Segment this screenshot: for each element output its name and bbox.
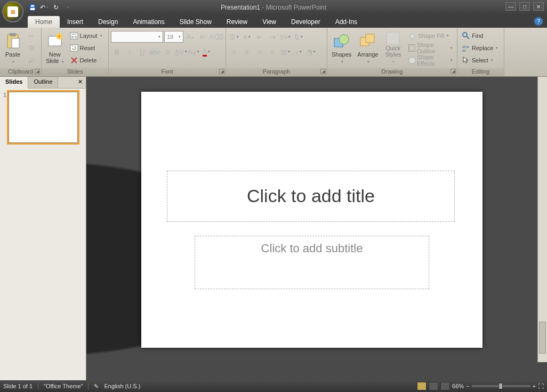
bullets-button[interactable]: ☰▾ bbox=[228, 31, 240, 43]
tab-design[interactable]: Design bbox=[91, 16, 125, 28]
replace-button[interactable]: abacReplace▾ bbox=[460, 42, 500, 54]
copy-button[interactable]: ⧉ bbox=[25, 42, 37, 54]
tab-developer[interactable]: Developer bbox=[284, 16, 328, 28]
fit-to-window-button[interactable]: ⛶ bbox=[538, 383, 544, 389]
strikethrough-button[interactable]: abc bbox=[149, 46, 161, 58]
editor-area: Click to add title Click to add subtitle… bbox=[86, 77, 547, 380]
title-placeholder[interactable]: Click to add title bbox=[167, 171, 455, 222]
svg-rect-17 bbox=[387, 32, 399, 44]
panel-tab-outline[interactable]: Outline bbox=[28, 77, 58, 88]
shapes-icon bbox=[333, 33, 350, 50]
clipboard-launcher[interactable]: ◢ bbox=[35, 69, 40, 74]
view-slideshow-button[interactable] bbox=[440, 382, 450, 390]
tab-animations[interactable]: Animations bbox=[125, 16, 172, 28]
bold-button[interactable]: B bbox=[111, 46, 123, 58]
tab-slideshow[interactable]: Slide Show bbox=[172, 16, 219, 28]
redo-icon[interactable]: ↻ bbox=[51, 3, 61, 12]
font-color-button[interactable]: A▾ bbox=[200, 46, 212, 58]
svg-point-20 bbox=[463, 33, 467, 37]
maximize-button[interactable]: □ bbox=[519, 2, 530, 11]
char-spacing-button[interactable]: A͍V▾ bbox=[175, 46, 187, 58]
shape-fill-button[interactable]: Shape Fill▾ bbox=[406, 30, 455, 42]
zoom-percent[interactable]: 66% bbox=[452, 383, 464, 389]
find-button[interactable]: Find bbox=[460, 30, 500, 42]
tab-review[interactable]: Review bbox=[219, 16, 255, 28]
arrange-button[interactable]: Arrange▾ bbox=[355, 29, 380, 66]
drawing-launcher[interactable]: ◢ bbox=[451, 69, 456, 74]
cut-button[interactable]: ✂ bbox=[25, 30, 37, 42]
shapes-button[interactable]: Shapes▾ bbox=[329, 29, 353, 66]
font-size-combo[interactable]: 18▾ bbox=[164, 31, 183, 43]
font-launcher[interactable]: ◢ bbox=[219, 69, 224, 74]
slide-canvas[interactable]: Click to add title Click to add subtitle bbox=[141, 92, 482, 348]
vertical-scrollbar[interactable] bbox=[537, 77, 547, 362]
undo-icon[interactable]: ↶▾ bbox=[39, 3, 49, 12]
italic-button[interactable]: I bbox=[124, 46, 135, 58]
paragraph-launcher[interactable]: ◢ bbox=[320, 69, 326, 74]
grow-font-button[interactable]: A▲ bbox=[184, 31, 196, 43]
zoom-out-button[interactable]: − bbox=[466, 383, 469, 389]
svg-rect-2 bbox=[31, 5, 34, 7]
tab-view[interactable]: View bbox=[255, 16, 284, 28]
columns-button[interactable]: ▥▾ bbox=[279, 46, 291, 58]
svg-rect-12 bbox=[70, 45, 78, 51]
slide-canvas-holder[interactable]: Click to add title Click to add subtitle bbox=[86, 77, 537, 362]
panel-close-button[interactable]: ✕ bbox=[75, 77, 86, 88]
tab-addins[interactable]: Add-Ins bbox=[328, 16, 365, 28]
qat-customize[interactable]: ▾ bbox=[63, 3, 73, 12]
zoom-slider[interactable] bbox=[472, 385, 530, 387]
text-direction-button[interactable]: ⇅▾ bbox=[292, 31, 304, 43]
paste-icon bbox=[4, 33, 21, 50]
zoom-slider-thumb[interactable] bbox=[498, 383, 503, 389]
new-slide-button[interactable]: New Slide ▾ bbox=[44, 29, 66, 66]
view-sorter-button[interactable] bbox=[429, 382, 438, 390]
close-button[interactable]: ✕ bbox=[533, 2, 544, 11]
group-label-slides: Slides bbox=[42, 68, 108, 76]
ribbon-tabs: Home Insert Design Animations Slide Show… bbox=[0, 15, 547, 28]
align-text-button[interactable]: ⫞▾ bbox=[292, 46, 304, 58]
panel-tab-slides[interactable]: Slides bbox=[0, 77, 28, 89]
shrink-font-button[interactable]: A▼ bbox=[197, 31, 209, 43]
office-button[interactable]: ⊞ bbox=[2, 1, 23, 22]
increase-indent-button[interactable]: ⇥ bbox=[267, 31, 278, 43]
scrollbar-thumb[interactable] bbox=[539, 322, 546, 354]
quick-styles-button[interactable]: Quick Styles ▾ bbox=[382, 29, 404, 66]
view-normal-button[interactable] bbox=[417, 382, 427, 390]
shape-outline-button[interactable]: Shape Outline▾ bbox=[406, 42, 455, 54]
smartart-button[interactable]: ⬔▾ bbox=[305, 46, 317, 58]
save-icon[interactable] bbox=[28, 3, 37, 12]
spellcheck-icon[interactable]: ✎ bbox=[94, 383, 99, 390]
shape-effects-button[interactable]: Shape Effects▾ bbox=[406, 54, 455, 66]
tab-home[interactable]: Home bbox=[28, 16, 60, 28]
find-icon bbox=[462, 31, 470, 40]
format-painter-button[interactable]: 🖌 bbox=[25, 54, 37, 66]
justify-button[interactable]: ≡ bbox=[267, 46, 278, 58]
group-label-font: Font◢ bbox=[109, 68, 226, 76]
decrease-indent-button[interactable]: ⇤ bbox=[254, 31, 266, 43]
align-right-button[interactable]: ≡ bbox=[254, 46, 266, 58]
tab-insert[interactable]: Insert bbox=[60, 16, 91, 28]
line-spacing-button[interactable]: ‡≡▾ bbox=[279, 31, 291, 43]
select-button[interactable]: Select▾ bbox=[460, 54, 500, 66]
font-name-combo[interactable]: ▾ bbox=[111, 31, 163, 43]
delete-button[interactable]: Delete bbox=[68, 54, 104, 66]
svg-rect-1 bbox=[30, 8, 35, 10]
subtitle-placeholder[interactable]: Click to add subtitle bbox=[195, 236, 429, 289]
align-center-button[interactable]: ≡ bbox=[241, 46, 253, 58]
slide-thumbnail-1[interactable] bbox=[9, 92, 78, 143]
clear-formatting-button[interactable]: A⌫ bbox=[210, 31, 222, 43]
help-icon[interactable]: ? bbox=[534, 17, 543, 26]
align-left-button[interactable]: ≡ bbox=[228, 46, 240, 58]
reset-button[interactable]: Reset bbox=[68, 42, 104, 54]
minimize-button[interactable]: — bbox=[505, 2, 516, 11]
svg-text:ac: ac bbox=[462, 49, 466, 52]
shadow-button[interactable]: S bbox=[162, 46, 174, 58]
layout-button[interactable]: Layout▾ bbox=[68, 30, 104, 42]
numbering-button[interactable]: ≡▾ bbox=[241, 31, 253, 43]
status-language[interactable]: English (U.S.) bbox=[104, 383, 140, 389]
change-case-button[interactable]: Aa▾ bbox=[188, 46, 199, 58]
zoom-in-button[interactable]: + bbox=[533, 383, 536, 389]
paste-button[interactable]: Paste▾ bbox=[2, 29, 23, 66]
underline-button[interactable]: U bbox=[136, 46, 148, 58]
window-title: Presentation1 - Microsoft PowerPoint bbox=[221, 4, 326, 11]
